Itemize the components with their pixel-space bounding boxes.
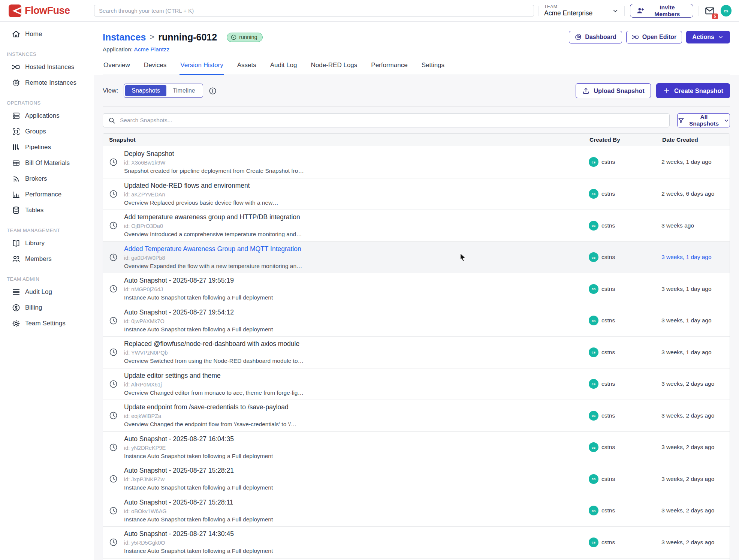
snapshot-title-link[interactable]: Update editor settings and theme [124,372,589,380]
sidebar-item-applications[interactable]: Applications [0,108,94,124]
clock-icon [109,284,118,293]
snapshot-filter-label: All Snapshots [688,114,720,127]
sidebar-item-audit-log[interactable]: Audit Log [0,284,94,300]
team-name: Acme Enterprise [544,9,592,17]
table-row[interactable]: Update endpoint from /save-credentials t… [103,400,730,431]
created-by-name: cstns [601,412,615,419]
cpu-chip-icon [12,78,21,87]
sidebar-item-pipelines[interactable]: Pipelines [0,139,94,155]
view-label: View: [103,87,118,94]
toggle-timeline[interactable]: Timeline [166,85,202,96]
snapshot-title-link[interactable]: Added Temperature Awareness Group and MQ… [124,245,589,253]
invite-members-button[interactable]: Invite Members [630,4,693,18]
snapshot-description: Overview Switched from using the Node-RE… [124,358,589,364]
snapshot-title-link[interactable]: Update endpoint from /save-credentials t… [124,403,589,411]
tab-devices[interactable]: Devices [143,60,167,75]
tab-node-red-logs[interactable]: Node-RED Logs [310,60,358,75]
sidebar-section-instances: INSTANCES [7,51,94,57]
snapshot-title-link[interactable]: Auto Snapshot - 2025-08-27 19:54:12 [124,308,589,316]
application-link[interactable]: Acme Plantzz [134,46,170,52]
date-created: 3 weeks, 2 days ago [661,380,730,387]
table-row[interactable]: Auto Snapshot - 2025-08-27 15:28:11 id: … [103,495,730,527]
snapshot-title-link[interactable]: Deploy Snapshot [124,150,589,158]
tab-performance[interactable]: Performance [370,60,408,75]
plus-icon [663,87,670,94]
team-search-input[interactable] [94,5,534,16]
table-row[interactable]: Add temperature awareness group and HTTP… [103,210,730,241]
table-row[interactable]: Auto Snapshot - 2025-08-27 19:54:12 id: … [103,305,730,337]
date-created: 3 weeks, 1 day ago [661,286,730,292]
table-row[interactable]: Updated Node-RED flows and environment i… [103,178,730,210]
snapshot-title-link[interactable]: Auto Snapshot - 2025-08-27 15:28:21 [124,467,589,475]
sidebar-item-label: Performance [25,191,61,198]
open-editor-button-label: Open Editor [642,34,677,40]
created-by-name: cstns [601,380,615,387]
date-created: 3 weeks ago [661,222,730,229]
sidebar-item-tables[interactable]: Tables [0,202,94,218]
snapshot-id: id: aKZPYvEDAn [124,192,589,198]
table-row[interactable]: Update editor settings and theme id: AlR… [103,368,730,400]
snapshot-id: id: yN2DReKP9E [124,445,589,451]
table-row[interactable]: Auto Snapshot - 2025-08-27 15:28:21 id: … [103,463,730,495]
sidebar-item-billing[interactable]: Billing [0,300,94,316]
dashboard-button[interactable]: Dashboard [569,31,622,43]
toggle-snapshots[interactable]: Snapshots [125,85,166,96]
snapshot-title-link[interactable]: Auto Snapshot - 2025-08-27 14:30:45 [124,530,589,538]
avatar: cs [589,442,598,452]
snapshot-title-link[interactable]: Updated Node-RED flows and environment [124,182,589,190]
table-row[interactable]: Auto Snapshot - 2025-08-27 14:30:45 id: … [103,526,730,558]
snapshot-id: id: y5RD5Ggk0O [124,540,589,546]
dashboard-button-label: Dashboard [585,34,616,40]
sidebar-item-team-settings[interactable]: Team Settings [0,316,94,331]
divider [699,6,699,16]
funnel-icon [678,117,685,124]
snapshot-id: id: eojkWlBPZa [124,413,589,419]
tab-settings[interactable]: Settings [421,60,445,75]
clock-icon [109,379,118,389]
snapshot-title-link[interactable]: Add temperature awareness group and HTTP… [124,213,589,221]
table-row[interactable]: Add HTTP endpoint for saving credentials… [103,558,730,560]
open-editor-button[interactable]: Open Editor [626,31,682,43]
breadcrumb-instances-link[interactable]: Instances [103,32,146,43]
snapshot-title-link[interactable]: Auto Snapshot - 2025-08-27 19:55:19 [124,277,589,284]
upload-snapshot-button[interactable]: Upload Snapshot [576,83,651,98]
snapshot-id: id: AlRPoMX61j [124,382,589,388]
sidebar-item-brokers[interactable]: Brokers [0,171,94,187]
tab-overview[interactable]: Overview [103,60,131,75]
actions-button[interactable]: Actions [686,31,730,43]
created-by-cell: cs cstns [589,157,661,167]
snapshot-title-link[interactable]: Auto Snapshot - 2025-08-27 15:28:11 [124,499,589,506]
avatar: cs [589,538,598,547]
tab-version-history[interactable]: Version History [180,60,224,75]
sidebar-item-bill-of-materials[interactable]: Bill Of Materials [0,155,94,171]
sidebar-item-members[interactable]: Members [0,251,94,267]
sidebar-item-performance[interactable]: Performance [0,187,94,202]
sidebar-item-home[interactable]: Home [0,26,94,42]
table-row[interactable]: Auto Snapshot - 2025-08-27 19:55:19 id: … [103,273,730,305]
user-avatar[interactable]: cs [721,5,732,16]
notifications-button[interactable]: 5 [704,5,715,16]
tab-assets[interactable]: Assets [236,60,257,75]
snapshot-filter-dropdown[interactable]: All Snapshots [677,113,730,127]
sidebar-item-groups[interactable]: Groups [0,124,94,139]
created-by-cell: cs cstns [589,474,661,484]
flowfuse-logo[interactable]: FlowFuse [0,4,94,17]
sidebar-item-library[interactable]: Library [0,235,94,251]
sidebar-item-remote-instances[interactable]: Remote Instances [0,75,94,91]
column-header-snapshot: Snapshot [109,136,589,143]
info-icon[interactable] [208,87,217,95]
snapshot-title-link[interactable]: Replaced @flowfuse/node-red-dashboard wi… [124,340,589,348]
table-row[interactable]: Auto Snapshot - 2025-08-27 16:04:35 id: … [103,431,730,463]
snapshot-title-link[interactable]: Auto Snapshot - 2025-08-27 16:04:35 [124,435,589,443]
sidebar-item-hosted-instances[interactable]: Hosted Instances [0,59,94,75]
tab-audit-log[interactable]: Audit Log [269,60,298,75]
create-snapshot-button[interactable]: Create Snapshot [656,83,730,98]
table-row[interactable]: Deploy Snapshot id: X3o6Bw1k9W Snapshot … [103,146,730,178]
table-row[interactable]: Replaced @flowfuse/node-red-dashboard wi… [103,336,730,368]
snapshot-description: Snapshot created for pipeline deployment… [124,168,589,174]
snapshot-search-input[interactable] [120,117,664,124]
sidebar-item-label: Hosted Instances [25,63,74,71]
snapshot-table-body: Deploy Snapshot id: X3o6Bw1k9W Snapshot … [103,146,730,560]
team-selector[interactable]: TEAM: Acme Enterprise [544,4,619,17]
table-row[interactable]: Added Temperature Awareness Group and MQ… [103,241,730,273]
